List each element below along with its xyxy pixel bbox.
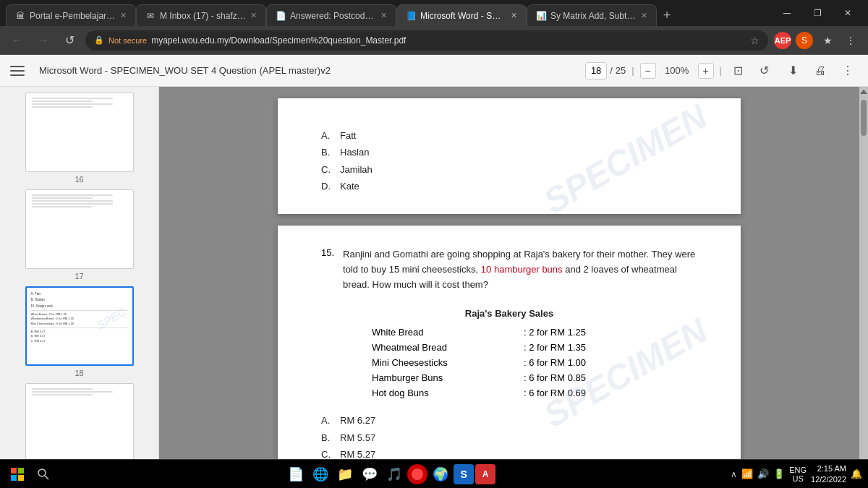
thumb-line — [32, 391, 113, 393]
thumb-content-17 — [26, 190, 133, 268]
back-button[interactable]: ← — [7, 30, 27, 51]
wifi-icon[interactable]: 📶 — [741, 468, 753, 479]
language-indicator[interactable]: ENG US — [789, 466, 807, 483]
print-button[interactable]: 🖨 — [810, 61, 830, 81]
tab-favicon-specimen: 📘 — [406, 11, 416, 21]
thumb-line — [32, 203, 113, 205]
fit-page-button[interactable]: ⊡ — [728, 61, 748, 81]
bookmark-icon[interactable]: ☆ — [750, 35, 760, 46]
bakery-table: White Bread : 2 for RM 1.25 Wheatmeal Br… — [372, 325, 647, 401]
tab-inbox[interactable]: ✉ M Inbox (17) - shafzeela9192@gm... ✕ — [136, 4, 266, 26]
opt-letter: B. — [321, 144, 331, 160]
taskbar-app-folder[interactable]: 📁 — [333, 463, 357, 486]
bakery-item-name: Mini Cheesesticks — [372, 357, 495, 368]
thumbnail-page-19[interactable]: 19 — [6, 383, 153, 459]
zoom-level: 100% — [662, 65, 692, 76]
minimize-button[interactable]: ─ — [773, 3, 801, 23]
tab-close-matrix[interactable]: ✕ — [641, 11, 647, 20]
taskbar-right: ∧ 📶 🔊 🔋 ENG US 2:15 AM 12/2/2022 🔔 — [725, 463, 862, 484]
bakery-item-name: Wheatmeal Bread — [372, 342, 495, 353]
more-tools-button[interactable]: ⋮ — [838, 61, 858, 81]
taskbar-app-chat[interactable]: 💬 — [358, 463, 381, 486]
tab-portal[interactable]: 🏛 Portal e-Pembelajaran CIDB ✕ — [6, 4, 136, 26]
thumb-line — [32, 394, 93, 395]
answer-option-d-prev: D. Kate — [321, 178, 697, 194]
scroll-up-arrow[interactable] — [860, 90, 867, 94]
tab-close-specimen[interactable]: ✕ — [511, 11, 517, 20]
thumbnail-page-17[interactable]: 17 — [6, 189, 153, 281]
notifications-icon[interactable]: 🔔 — [851, 468, 862, 479]
question-15: 15. Ranjini and Gomathi are going shoppi… — [321, 247, 697, 299]
profile-avatar[interactable]: S — [794, 30, 814, 51]
scroll-thumb[interactable] — [861, 100, 867, 136]
taskbar-app-globe[interactable]: 🌍 — [429, 463, 452, 486]
table-title: Raja's Bakery Sales — [321, 308, 697, 319]
tab-specimen[interactable]: 📘 Microsoft Word - SPECIMEN_WO... ✕ — [396, 4, 527, 26]
sidebar-toggle-button[interactable] — [10, 61, 30, 81]
windows-logo-icon — [11, 468, 24, 481]
thumb-content-16 — [26, 93, 133, 171]
question-15-text: Ranjini and Gomathi are going shopping a… — [343, 247, 697, 292]
url-bar[interactable]: 🔒 Not secure myapel.wou.edu.my/Download/… — [85, 30, 768, 51]
thumb-line — [32, 103, 113, 105]
zoom-in-button[interactable]: + — [698, 63, 714, 79]
battery-icon[interactable]: 🔋 — [773, 468, 785, 479]
more-options-button[interactable]: ⋮ — [841, 30, 861, 51]
q15-answer-a: A. RM 6.27 — [321, 412, 697, 429]
taskbar-app-music[interactable]: 🎵 — [383, 463, 406, 486]
pdf-scrollbar[interactable] — [859, 87, 868, 459]
taskbar-app-red-icon — [412, 468, 423, 480]
tab-close-answered[interactable]: ✕ — [380, 11, 387, 20]
q15-answer-c: C. RM 5.27 — [321, 446, 697, 459]
download-button[interactable]: ⬇ — [783, 61, 803, 81]
tab-close-inbox[interactable]: ✕ — [250, 11, 257, 20]
rotate-button[interactable]: ↺ — [754, 61, 774, 81]
thumbnail-sidebar: 16 17 — [0, 87, 159, 459]
forward-button[interactable]: → — [33, 30, 54, 51]
not-secure-label: Not secure — [109, 36, 147, 45]
taskbar-app-browser[interactable]: 🌐 — [309, 463, 332, 486]
new-tab-button[interactable]: + — [657, 4, 677, 26]
tab-answered[interactable]: 📄 Answered: Postcodes in a countr... ✕ — [266, 4, 396, 26]
thumb-content-19 — [26, 384, 133, 459]
chevron-up-icon[interactable]: ∧ — [731, 469, 737, 479]
svg-rect-2 — [11, 475, 17, 481]
bakery-row-cheesesticks: Mini Cheesesticks : 6 for RM 1.00 — [372, 355, 647, 370]
taskbar-apps: 📄 🌐 📁 💬 🎵 🌍 S A — [55, 463, 725, 486]
tab-close-portal[interactable]: ✕ — [120, 11, 127, 20]
thumb-box-18: A. Fatt B. Haslan 15. Ranjini and... Whi… — [25, 286, 134, 366]
bakery-item-price: : 2 for RM 1.25 — [495, 327, 647, 338]
toolbar-right: ⬇ 🖨 ⋮ — [783, 61, 858, 81]
star-icon[interactable]: ★ — [817, 30, 838, 51]
tab-favicon-matrix: 📊 — [536, 11, 546, 21]
clock[interactable]: 2:15 AM 12/2/2022 — [811, 463, 846, 484]
page-number-input[interactable] — [585, 62, 607, 80]
taskbar-app-file[interactable]: 📄 — [284, 463, 307, 486]
taskbar-app-blue[interactable]: S — [454, 464, 474, 484]
thumbnail-page-18[interactable]: A. Fatt B. Haslan 15. Ranjini and... Whi… — [6, 286, 153, 377]
hamburger-line-2 — [10, 70, 25, 72]
opt-text: Jamilah — [340, 161, 373, 178]
extensions-button[interactable]: AEP — [774, 32, 791, 49]
search-button[interactable] — [32, 463, 55, 486]
taskbar-app-red[interactable] — [407, 464, 427, 484]
zoom-out-button[interactable]: − — [640, 63, 656, 79]
bakery-row-hotdog: Hot dog Buns : 6 for RM 0.69 — [372, 385, 647, 401]
reload-button[interactable]: ↺ — [59, 30, 80, 51]
tab-favicon-portal: 🏛 — [15, 11, 25, 21]
bakery-row-wheatmeal: Wheatmeal Bread : 2 for RM 1.35 — [372, 340, 647, 355]
start-button[interactable] — [6, 463, 29, 486]
close-button[interactable]: ✕ — [833, 3, 862, 23]
tab-matrix[interactable]: 📊 Sy Matrix Add, Subtract Calculato... ✕ — [527, 4, 657, 26]
q15-answer-b: B. RM 5.57 — [321, 429, 697, 446]
tab-favicon-inbox: ✉ — [145, 11, 156, 21]
taskbar-app-pdf[interactable]: A — [475, 464, 495, 484]
volume-icon[interactable]: 🔊 — [757, 468, 769, 479]
thumb-line — [32, 197, 93, 199]
restore-button[interactable]: ❐ — [803, 3, 832, 23]
opt-text-a: RM 6.27 — [340, 412, 375, 429]
lock-icon: 🔒 — [94, 35, 104, 45]
bakery-row-white-bread: White Bread : 2 for RM 1.25 — [372, 325, 647, 340]
page-total: 25 — [616, 65, 626, 76]
thumbnail-page-16[interactable]: 16 — [6, 93, 153, 184]
